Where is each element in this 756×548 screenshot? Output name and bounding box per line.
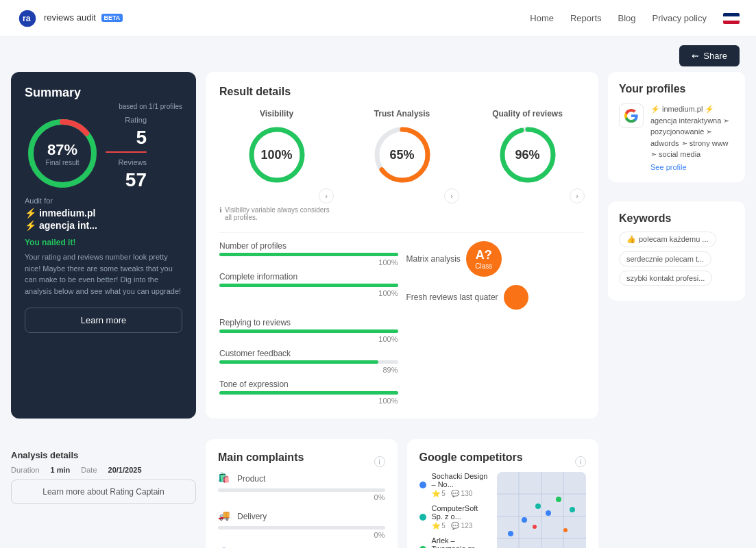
based-on-text: based on 1/1 profiles <box>25 103 182 110</box>
quality-pct: 96% <box>515 148 539 162</box>
quality-nav: › <box>470 188 585 203</box>
logo-icon: ra <box>16 8 38 29</box>
result-details-panel: Result details Visibility 100% › <box>206 72 598 419</box>
duration-value: 1 min <box>51 466 71 474</box>
profile-card: ⚡ inmedium.pl ⚡ agencja interaktywna ➣ p… <box>619 103 734 171</box>
nav-privacy[interactable]: Privacy policy <box>653 13 707 23</box>
keyword-2: serdecznie polecam t... <box>619 251 711 266</box>
visibility-next[interactable]: › <box>319 188 334 203</box>
trust-nav: › <box>345 188 459 203</box>
complete-pct: 100% <box>219 289 398 297</box>
analysis-panel: Analysis details Duration 1 min Date 20/… <box>11 439 196 548</box>
bottom-row: Analysis details Duration 1 min Date 20/… <box>0 429 756 548</box>
rating-number: 5 <box>136 127 147 149</box>
quality-card: Quality of reviews 96% › <box>470 109 585 221</box>
keywords-list: 👍 polecam każdemu ... serdecznie polecam… <box>619 232 734 290</box>
svg-point-21 <box>546 510 551 516</box>
matrix-class: A? <box>476 248 492 262</box>
trust-next[interactable]: › <box>444 188 459 203</box>
profile-info: ⚡ inmedium.pl ⚡ agencja interaktywna ➣ p… <box>650 103 734 171</box>
competitor-2-rating: ⭐ 5 <box>432 522 446 530</box>
tone-pct: 100% <box>219 397 398 405</box>
share-button[interactable]: ⇜ Share <box>679 45 740 66</box>
analysis-title: Analysis details <box>11 450 196 460</box>
nav-reports[interactable]: Reports <box>570 13 602 23</box>
svg-point-24 <box>533 525 537 529</box>
date-label: Date <box>81 466 97 474</box>
keyword-text-3: szybki kontakt profesi... <box>626 274 705 282</box>
audit-name2: ⚡ agencja int... <box>25 220 182 231</box>
nav-logo: ra reviews audit BETA <box>16 8 123 29</box>
product-icon: 🛍️ <box>218 472 232 486</box>
complete-metric: Complete information 100% <box>219 272 398 297</box>
profiles-title: Your profiles <box>619 83 734 95</box>
svg-point-18 <box>508 531 513 536</box>
keyword-1: 👍 polecam każdemu ... <box>619 232 716 247</box>
profiles-panel: Your profiles ⚡ inmedium.pl ⚡ agencja in… <box>608 72 745 182</box>
fresh-row: Fresh reviews last quater <box>406 285 528 310</box>
keywords-panel: Keywords 👍 polecam każdemu ... serdeczni… <box>608 201 745 301</box>
bottom-center: Main complaints i 🛍️ Product 0% 🚚 Delive… <box>206 439 598 548</box>
nav-home[interactable]: Home <box>530 13 554 23</box>
profiles-pct: 100% <box>219 258 398 266</box>
see-profile-link[interactable]: See profile <box>650 163 734 171</box>
final-label: Final result <box>46 159 80 166</box>
complaints-title: Main complaints <box>218 451 304 464</box>
complaint-delivery: 🚚 Delivery 0% <box>218 510 385 539</box>
flag-icon[interactable] <box>723 13 740 24</box>
nav-links: Home Reports Blog Privacy policy <box>530 13 740 24</box>
visibility-card: Visibility 100% › ℹ Visibili <box>219 109 334 221</box>
delivery-pct: 0% <box>218 531 385 539</box>
competitor-3: Arlek – Tworzenie pr... ⭐ 4.9 💬 93 <box>419 536 489 548</box>
competitor-2-name: ComputerSoft Sp. z o... <box>432 504 489 521</box>
left-metrics: Number of profiles 100% Complete informa… <box>219 241 398 310</box>
share-label: Share <box>703 51 727 61</box>
rating-label: Rating <box>125 116 147 124</box>
complete-label: Complete information <box>219 272 398 282</box>
delivery-label: Delivery <box>237 512 267 521</box>
competitor-2-info: ComputerSoft Sp. z o... ⭐ 5 💬 123 <box>432 504 489 530</box>
bolt-icon1: ⚡ <box>25 208 36 219</box>
feedback-label: Customer feedback <box>219 349 398 358</box>
replying-metric: Replying to reviews 100% <box>219 318 398 343</box>
trust-gauge: 65% <box>371 124 433 186</box>
competitor-2: ComputerSoft Sp. z o... ⭐ 5 💬 123 <box>419 504 489 530</box>
product-pct: 0% <box>218 493 385 501</box>
keyword-text-2: serdecznie polecam t... <box>626 255 704 263</box>
bolt-icon2: ⚡ <box>25 220 36 231</box>
competitor-1-dot <box>419 482 426 488</box>
svg-text:ra: ra <box>23 14 31 23</box>
competitor-2-stats: ⭐ 5 💬 123 <box>432 522 489 530</box>
center-metrics: Matrix analysis A? Class Fresh reviews l… <box>406 241 585 310</box>
nav-blog[interactable]: Blog <box>618 13 636 23</box>
summary-panel: Summary based on 1/1 profiles 87% Final … <box>11 72 196 419</box>
quality-gauge: 96% <box>497 124 559 186</box>
quality-next[interactable]: › <box>570 188 585 203</box>
visibility-note: ℹ Visibility variable always considers a… <box>219 206 334 221</box>
profiles-metric: Number of profiles 100% <box>219 241 398 266</box>
reviews-label: Reviews <box>118 158 147 166</box>
tone-metric: Tone of expression 100% <box>219 379 398 405</box>
competitor-3-dot <box>419 546 426 549</box>
learn-more-rc-button[interactable]: Learn more about Rating Captain <box>11 480 196 504</box>
product-label: Product <box>237 474 265 484</box>
share-bar: ⇜ Share <box>0 37 756 72</box>
complaints-info-icon[interactable]: i <box>374 456 385 467</box>
feedback-pct: 89% <box>219 366 398 374</box>
visibility-pct: 100% <box>260 148 292 162</box>
trust-pct: 65% <box>389 148 414 162</box>
competitor-1-reviews: 💬 130 <box>451 490 472 497</box>
final-pct: 87% <box>46 141 80 159</box>
nailed-text: Your rating and reviews number look pret… <box>25 251 182 297</box>
svg-point-22 <box>556 497 561 502</box>
learn-more-button[interactable]: Learn more <box>25 308 182 333</box>
keyword-text-1: polecam każdemu ... <box>639 235 709 243</box>
competitors-info-icon[interactable]: i <box>575 456 586 467</box>
trust-card: Trust Analysis 65% › <box>345 109 459 221</box>
competitor-1-info: Sochacki Design – No... ⭐ 5 💬 130 <box>432 472 489 497</box>
svg-point-23 <box>570 507 575 512</box>
logo-audit: audit <box>77 12 96 23</box>
keywords-title: Keywords <box>619 212 734 225</box>
nailed-title: You nailed it! <box>25 238 182 247</box>
delivery-icon: 🚚 <box>218 510 232 523</box>
